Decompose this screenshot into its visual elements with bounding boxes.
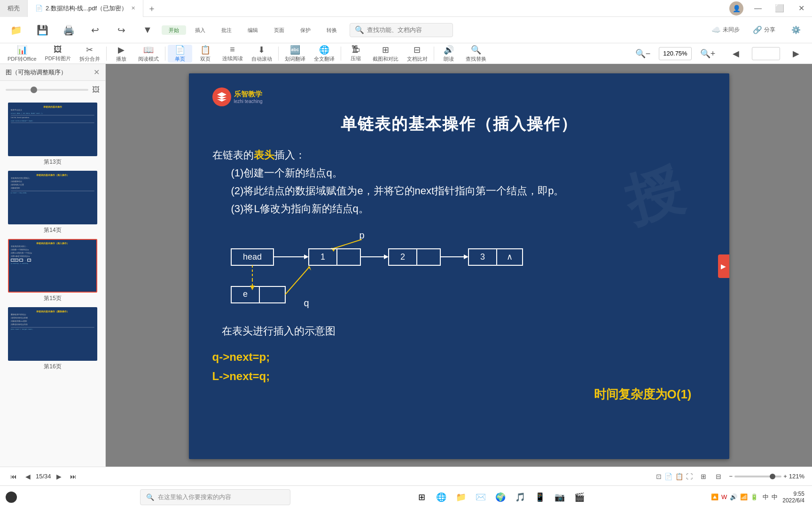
code-line2: L->next=q; [212, 367, 706, 386]
find-replace-btn[interactable]: 🔍 查找替换 [462, 45, 490, 63]
step3-line: (3)将L修改为指向新的结点q。 [231, 202, 706, 216]
redo-btn[interactable]: ↪ [109, 24, 133, 37]
title-bar: 稻壳 📄 2.数据结构-线...pdf（已加密） ✕ ＋ 👤 — ⬜ ✕ [0, 0, 812, 17]
app1-icon[interactable]: 🎵 [514, 491, 527, 504]
compare-btn[interactable]: ⊞ 截图和对比 [369, 45, 402, 63]
code-line1: q->next=p; [212, 348, 706, 367]
tab-pdf[interactable]: 📄 2.数据结构-线...pdf（已加密） ✕ [28, 0, 143, 17]
contrast-icon: ⊟ [414, 45, 421, 55]
translate-btn[interactable]: 🔤 划词翻译 [281, 45, 309, 63]
maximize-btn[interactable]: ⬜ [769, 0, 790, 17]
pdf-office-btn[interactable]: 📊 PDF转Office [4, 45, 40, 63]
cloud-sync-btn[interactable]: ☁️ 未同步 [707, 24, 744, 35]
tab-home[interactable]: 稻壳 [0, 0, 28, 17]
last-page-btn[interactable]: ⏭ [67, 470, 79, 483]
page-tab-btn[interactable]: 页面 [267, 25, 291, 35]
zoom-input[interactable]: 120.75% [659, 47, 692, 60]
app3-icon[interactable]: 🎬 [573, 491, 586, 504]
double-page-btn[interactable]: 📋 双页 [193, 45, 218, 63]
edge-icon[interactable]: 🌐 [435, 491, 448, 504]
continuous-btn[interactable]: ≡ 连续阅读 [219, 45, 247, 63]
search-bar[interactable]: 🔍 [350, 23, 453, 37]
taskbar: 🔍 在这里输入你要搜索的内容 ⊞ 🌐 📁 ✉️ 🌍 🎵 📱 📷 🎬 🔼 W 🔊 … [0, 485, 812, 508]
close-btn[interactable]: ✕ [790, 0, 812, 17]
sidebar-page-13[interactable]: 单链表的基本操作 链表节点定义 struct Node { int data; … [4, 103, 102, 166]
toolbar-row1: 📁 💾 🖨️ ↩ ↪ ▼ 开始 插入 批注 编辑 页面 [0, 17, 812, 43]
read-mode-btn[interactable]: 📖 阅读模式 [134, 45, 163, 63]
expand-btn[interactable]: ⊞ [697, 470, 710, 483]
taskbar-search-placeholder: 在这里输入你要搜索的内容 [158, 493, 231, 501]
sidebar-page-15[interactable]: 单链表的基本操作（插入操作） 在链表的表头插入： (1)创建一个新的结点q (2… [4, 239, 102, 302]
explorer-icon[interactable]: 📁 [454, 491, 468, 504]
contrast-btn[interactable]: ⊟ 文档比对 [403, 45, 431, 63]
single-page-btn[interactable]: 📄 单页 [168, 45, 192, 63]
review-tab-btn[interactable]: 批注 [214, 25, 239, 35]
slider-thumb[interactable] [31, 87, 37, 93]
time-complexity: 时间复杂度为O(1) [594, 386, 692, 403]
taskbar-right: 🔼 W 🔊 📶 🔋 中 中 9:55 2022/6/4 [711, 491, 812, 504]
split-merge-btn[interactable]: ✂ 拆分合并 [76, 45, 104, 63]
undo-btn[interactable]: ↩ [83, 24, 107, 37]
zoom-minus-icon[interactable]: − [729, 473, 733, 480]
app-window: 稻壳 📄 2.数据结构-线...pdf（已加密） ✕ ＋ 👤 — ⬜ ✕ 📁 💾… [0, 0, 812, 485]
right-edge-btn[interactable]: ▶ [718, 254, 729, 278]
prev-page-btn[interactable]: ◀ [724, 45, 748, 63]
next-page-bottom-btn[interactable]: ▶ [53, 470, 65, 483]
tab-new-btn[interactable]: ＋ [143, 0, 160, 17]
file-save-btn[interactable]: 💾 [30, 24, 55, 37]
zoom-in-btn[interactable]: 🔍+ [695, 45, 720, 63]
thumbnail-icon[interactable]: 🖼 [92, 86, 100, 94]
mail-icon[interactable]: ✉️ [474, 491, 487, 504]
convert-tab-btn[interactable]: 转换 [320, 25, 344, 35]
prev-page-bottom-btn[interactable]: ◀ [22, 470, 34, 483]
app2-icon[interactable]: 📱 [533, 491, 547, 504]
camera-icon[interactable]: 📷 [553, 491, 566, 504]
svg-line-25 [285, 268, 309, 294]
next-page-icon: ▶ [793, 48, 799, 59]
browser2-icon[interactable]: 🌍 [494, 491, 507, 504]
sidebar-page-14[interactable]: 单链表的基本操作（插入操作） 在链表的任意位置插入: (1)创建新结点 (2)找… [4, 171, 102, 234]
zoom-out-btn[interactable]: 🔍− [631, 45, 655, 63]
sidebar-close-btn[interactable]: ✕ [94, 68, 100, 77]
start-button[interactable] [0, 486, 23, 508]
single-page-label: 单页 [175, 56, 185, 63]
share-btn[interactable]: 🔗 分享 [748, 24, 780, 35]
shrink-btn[interactable]: ⊟ [712, 470, 725, 483]
start-tab-btn[interactable]: 开始 [162, 25, 186, 35]
play-btn[interactable]: ▶ 播放 [109, 45, 133, 63]
svg-text:e: e [242, 289, 247, 299]
zoom-slider[interactable] [734, 476, 781, 477]
task-view-icon[interactable]: ⊞ [415, 491, 428, 504]
next-page-btn[interactable]: ▶ [784, 45, 808, 63]
taskbar-search[interactable]: 🔍 在这里输入你要搜索的内容 [140, 489, 290, 505]
pdf-img-btn[interactable]: 🖼 PDF转图片 [41, 45, 75, 63]
page-input[interactable]: 15/34 [752, 47, 780, 60]
step1-line: (1)创建一个新的结点q。 [231, 166, 706, 180]
thumbnail-size-slider[interactable] [6, 89, 88, 91]
edit-tab-btn[interactable]: 编辑 [241, 25, 265, 35]
start-circle-icon [6, 492, 17, 503]
zoom-plus-icon[interactable]: + [783, 473, 787, 480]
full-translate-btn[interactable]: 🌐 全文翻译 [310, 45, 338, 63]
settings-btn[interactable]: ⚙️ [784, 24, 808, 35]
page-view-icon: 📄 [664, 473, 672, 480]
minimize-btn[interactable]: — [747, 0, 769, 17]
first-page-btn[interactable]: ⏮ [8, 470, 20, 483]
auto-scroll-btn[interactable]: ⬇ 自动滚动 [248, 45, 276, 63]
taskbar-date-display: 2022/6/4 [782, 497, 804, 504]
compare-icon: ⊞ [382, 45, 389, 55]
compress-btn[interactable]: 🗜 压缩 [344, 45, 368, 63]
search-input[interactable] [367, 26, 448, 33]
zoom-slider-thumb[interactable] [770, 474, 775, 479]
insert-tab-btn[interactable]: 插入 [188, 25, 212, 35]
read-aloud-btn[interactable]: 🔊 朗读 [437, 45, 461, 63]
file-open-btn[interactable]: 📁 [4, 24, 28, 37]
svg-text:2: 2 [400, 252, 405, 262]
logo-sub: lezhi teaching [234, 99, 263, 104]
tab-close-btn[interactable]: ✕ [131, 5, 135, 11]
sidebar-page-16[interactable]: 单链表的基本操作（删除操作） 删除链表中的结点: (1)找到目标结点前驱 (2)… [4, 307, 102, 371]
print-btn[interactable]: 🖨️ [56, 24, 81, 37]
pdf-view-area: 乐智教学 lezhi teaching 单链表的基本操作（插入操作） 在链表的表… [106, 64, 812, 467]
protect-tab-btn[interactable]: 保护 [293, 25, 318, 35]
dropdown-btn[interactable]: ▼ [135, 24, 160, 36]
